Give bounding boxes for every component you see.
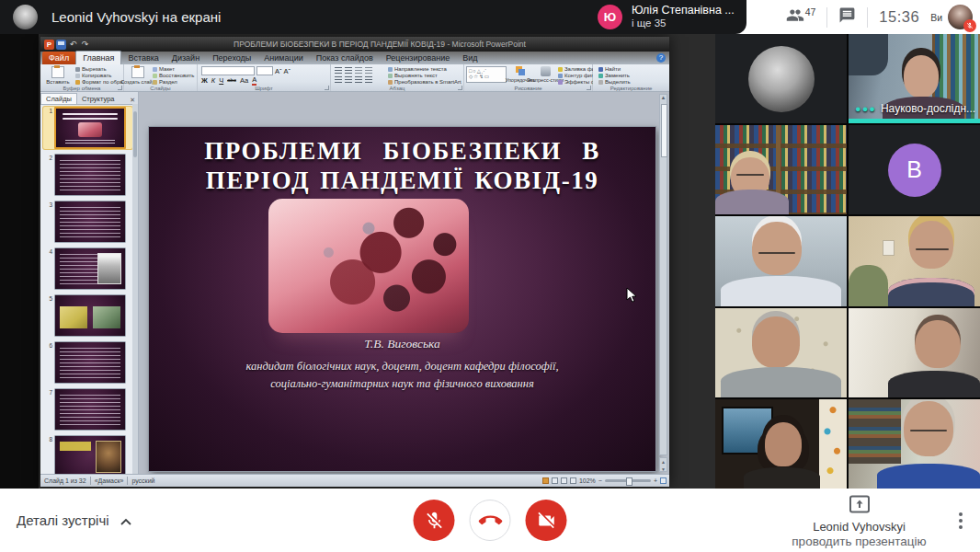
- screen-share-area[interactable]: P ↶ ↷ ПРОБЛЕМИ БІОБЕЗПЕКИ В ПЕРІОД ПАНДЕ…: [0, 34, 715, 489]
- panel-tab-slides[interactable]: Слайды: [40, 93, 77, 104]
- notification-more-count[interactable]: і ще 35: [632, 17, 666, 29]
- participant-tile-9[interactable]: [715, 399, 847, 489]
- new-slide-button[interactable]: Создать слайд: [124, 66, 152, 85]
- tab-slideshow[interactable]: Показ слайдов: [310, 52, 380, 64]
- font-name-box[interactable]: [201, 66, 255, 75]
- bullets-icon[interactable]: [335, 67, 342, 74]
- participant-tile-2[interactable]: ●●● Науково-дослідн...: [849, 34, 980, 123]
- slide-nav-buttons[interactable]: ▲▼: [659, 457, 667, 472]
- bold-button[interactable]: Ж: [201, 76, 208, 85]
- grow-font-icon[interactable]: Aˆ: [275, 67, 282, 75]
- copy-button[interactable]: Копировать: [75, 73, 123, 78]
- help-icon[interactable]: ?: [656, 53, 666, 63]
- shrink-font-icon[interactable]: Aˇ: [284, 67, 291, 75]
- slide-thumbnail-3[interactable]: 3: [43, 201, 132, 243]
- dialog-launcher[interactable]: [118, 86, 122, 90]
- participant-tile-7[interactable]: [715, 308, 847, 397]
- editor-scrollbar[interactable]: ▲: [659, 94, 667, 455]
- slide-thumbnail-7[interactable]: 7: [43, 388, 132, 431]
- align-text-button[interactable]: Выровнять текст: [388, 73, 462, 78]
- align-center-icon[interactable]: [345, 76, 352, 83]
- reset-button[interactable]: Восстановить: [153, 73, 197, 78]
- align-left-icon[interactable]: [335, 76, 342, 83]
- participant-tile-6[interactable]: [849, 216, 980, 305]
- fit-to-window-icon[interactable]: [660, 477, 667, 484]
- participant-tile-4[interactable]: В: [849, 125, 980, 214]
- strikethrough-button[interactable]: abc: [227, 76, 236, 85]
- panel-tab-outline[interactable]: Структура: [77, 94, 120, 104]
- dialog-launcher[interactable]: [458, 86, 462, 90]
- tab-home[interactable]: Главная: [75, 51, 121, 64]
- mic-off-button[interactable]: [414, 500, 455, 541]
- find-button[interactable]: Найти: [598, 66, 663, 72]
- shape-effects-button[interactable]: Эффекты фигур: [558, 79, 593, 85]
- reading-view-icon[interactable]: [561, 477, 567, 484]
- notification-name[interactable]: Юлія Степанівна ...: [632, 4, 735, 17]
- font-size-box[interactable]: [256, 66, 273, 75]
- paste-button[interactable]: Вставить: [42, 66, 74, 85]
- zoom-slider[interactable]: [605, 479, 651, 482]
- language-indicator[interactable]: русский: [131, 477, 154, 484]
- indent-decrease-icon[interactable]: [355, 67, 362, 74]
- dialog-launcher[interactable]: [325, 86, 329, 90]
- account-avatar[interactable]: [948, 5, 973, 29]
- participant-tile-5[interactable]: [715, 216, 847, 305]
- hang-up-button[interactable]: [470, 500, 511, 541]
- align-right-icon[interactable]: [355, 76, 362, 83]
- chat-button[interactable]: [838, 6, 856, 28]
- panel-scrollbar[interactable]: [132, 104, 138, 474]
- tab-design[interactable]: Дизайн: [165, 52, 206, 64]
- slide-thumbnail-4[interactable]: 4: [43, 247, 132, 290]
- more-options-button[interactable]: [959, 512, 963, 532]
- italic-button[interactable]: К: [211, 76, 215, 85]
- panel-close-icon[interactable]: ✕: [130, 97, 138, 104]
- underline-button[interactable]: Ч: [219, 76, 223, 85]
- save-icon[interactable]: [56, 40, 66, 50]
- shape-outline-button[interactable]: Контур фигуры: [558, 73, 593, 78]
- zoom-out-icon[interactable]: −: [598, 477, 602, 484]
- cut-button[interactable]: Вырезать: [75, 66, 123, 72]
- numbering-icon[interactable]: [345, 67, 352, 74]
- participant-tile-1[interactable]: [715, 34, 847, 123]
- tab-review[interactable]: Рецензирование: [380, 52, 457, 64]
- camera-off-button[interactable]: [526, 500, 567, 541]
- slide-thumbnail-1[interactable]: 1: [43, 107, 132, 149]
- zoom-in-icon[interactable]: +: [654, 477, 657, 484]
- tab-transitions[interactable]: Переходы: [206, 52, 257, 64]
- section-button[interactable]: Раздел: [153, 79, 197, 85]
- quick-styles-button[interactable]: Экспресс-стили: [532, 66, 558, 83]
- select-button[interactable]: Выделить: [598, 79, 663, 85]
- participant-tile-8[interactable]: [849, 308, 980, 397]
- participant-tile-10[interactable]: [849, 399, 980, 489]
- slide-thumbnail-6[interactable]: 6: [43, 341, 132, 384]
- replace-button[interactable]: Заменить: [598, 73, 663, 78]
- participant-tile-3[interactable]: [715, 125, 847, 214]
- tab-insert[interactable]: Вставка: [121, 52, 165, 64]
- slide-thumbnail-5[interactable]: 5: [43, 294, 132, 337]
- layout-button[interactable]: Макет: [153, 66, 197, 72]
- dialog-launcher[interactable]: [587, 86, 591, 90]
- meeting-details-button[interactable]: Деталі зустрічі: [17, 489, 131, 552]
- sorter-view-icon[interactable]: [552, 477, 558, 484]
- slide-thumbnail-8[interactable]: 8: [43, 435, 132, 477]
- redo-icon[interactable]: ↷: [80, 40, 90, 50]
- justify-icon[interactable]: [365, 76, 372, 83]
- shape-fill-button[interactable]: Заливка фигуры: [558, 66, 593, 72]
- shapes-gallery[interactable]: □○△⋰◇☆↯▭: [466, 66, 507, 83]
- smartart-button[interactable]: Преобразовать в SmartArt: [388, 79, 462, 85]
- normal-view-icon[interactable]: [542, 477, 549, 484]
- font-color-button[interactable]: А: [252, 75, 256, 86]
- undo-icon[interactable]: ↶: [68, 40, 78, 50]
- tab-view[interactable]: Вид: [456, 52, 484, 64]
- participants-button[interactable]: 47: [785, 6, 816, 29]
- text-direction-button[interactable]: Направление текста: [388, 66, 462, 72]
- slide-thumbnail-2[interactable]: 2: [43, 154, 132, 196]
- change-case-button[interactable]: Аа: [240, 76, 248, 85]
- current-slide[interactable]: ПРОБЛЕМИ БІОБЕЗПЕКИ В ПЕРІОД ПАНДЕМІЇ КО…: [149, 127, 655, 471]
- format-painter-button[interactable]: Формат по образцу: [75, 79, 123, 85]
- indent-increase-icon[interactable]: [365, 67, 372, 74]
- slideshow-view-icon[interactable]: [570, 477, 576, 484]
- powerpoint-app-icon[interactable]: P: [44, 40, 54, 50]
- tab-file[interactable]: Файл: [42, 52, 75, 64]
- tab-animations[interactable]: Анимации: [257, 52, 309, 64]
